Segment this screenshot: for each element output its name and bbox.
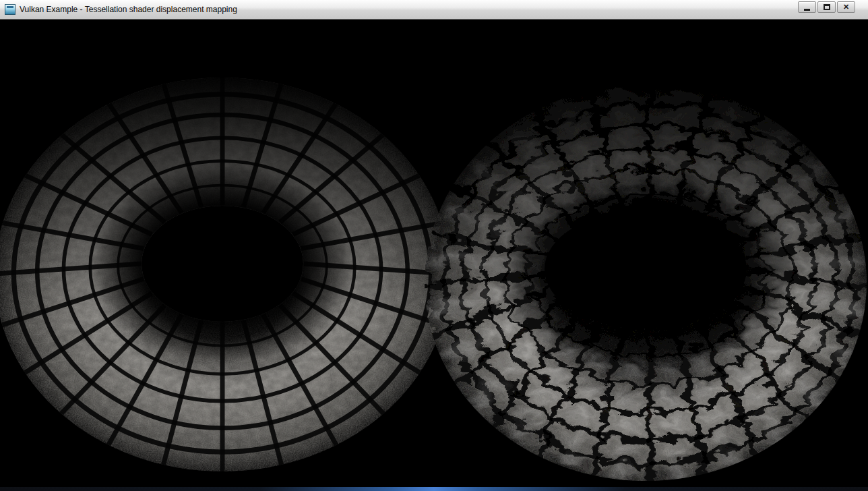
close-button[interactable]: ✕ <box>837 1 855 13</box>
window-controls: ✕ <box>798 1 855 13</box>
titlebar[interactable]: Vulkan Example - Tessellation shader dis… <box>0 0 868 20</box>
render-viewport[interactable] <box>0 20 868 486</box>
maximize-button[interactable] <box>817 1 836 13</box>
window-bottom-border <box>0 486 868 491</box>
close-icon: ✕ <box>843 3 849 11</box>
app-icon <box>5 4 16 15</box>
maximize-icon <box>824 4 830 10</box>
app-window: Vulkan Example - Tessellation shader dis… <box>0 0 868 491</box>
minimize-icon <box>804 9 810 11</box>
window-title: Vulkan Example - Tessellation shader dis… <box>20 5 237 14</box>
vulkan-render-scene <box>0 20 868 486</box>
minimize-button[interactable] <box>798 1 816 13</box>
